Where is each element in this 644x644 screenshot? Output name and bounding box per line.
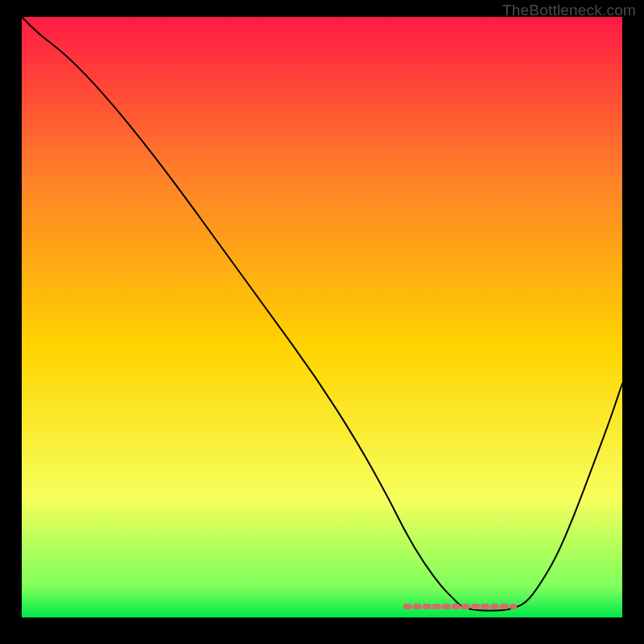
chart-background [22, 17, 622, 617]
chart-plot-area [22, 17, 622, 617]
chart-svg [22, 17, 622, 617]
watermark-text: TheBottleneck.com [502, 2, 636, 19]
